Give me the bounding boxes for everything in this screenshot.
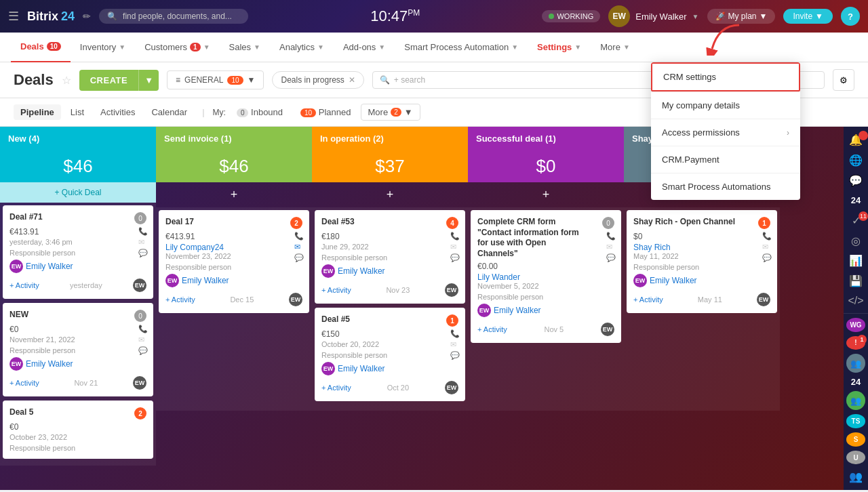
user-name[interactable]: Emily Walker — [635, 12, 686, 22]
help-button[interactable]: ? — [841, 7, 860, 26]
add-deal-success[interactable]: + — [468, 182, 624, 207]
person-name[interactable]: Emily Walker — [26, 359, 73, 369]
sub-more-button[interactable]: More 2 ▼ — [361, 104, 420, 121]
sidebar-storage-icon[interactable]: 💾 — [845, 273, 867, 289]
deal-title[interactable]: Deal #71 — [9, 212, 43, 222]
sidebar-code-icon[interactable]: </> — [845, 293, 867, 309]
chat-icon[interactable]: 💬 — [606, 253, 616, 262]
dropdown-item-permissions[interactable]: Access permissions › — [651, 119, 800, 146]
tab-customers[interactable]: Customers 1 ▼ — [135, 33, 219, 62]
edit-icon[interactable]: ✏ — [83, 11, 91, 22]
phone-icon[interactable]: 📞 — [450, 329, 460, 338]
person-name[interactable]: Emily Walker — [494, 306, 541, 315]
activity-link[interactable]: + Activity — [9, 281, 39, 289]
sub-tab-activities[interactable]: Activities — [94, 104, 142, 120]
phone-icon[interactable]: 📞 — [450, 232, 460, 241]
sidebar-avatar-ts[interactable]: TS — [846, 414, 865, 428]
sidebar-tasks-icon[interactable]: ✓ 11 — [845, 213, 867, 229]
sidebar-avatar-s[interactable]: S — [846, 432, 865, 447]
tab-analytics[interactable]: Analytics ▼ — [270, 33, 334, 62]
sidebar-group-icon[interactable]: 👥 — [846, 354, 865, 373]
app-logo[interactable]: Bitrix 24 — [27, 9, 75, 24]
chat-icon[interactable]: 💬 — [294, 253, 304, 262]
progress-close-icon[interactable]: ✕ — [349, 75, 355, 85]
activity-link[interactable]: + Activity — [9, 379, 39, 387]
sidebar-avatar-wg[interactable]: WG — [846, 318, 865, 332]
sidebar-avatar-red[interactable]: ! 1 — [846, 336, 865, 350]
tab-inventory[interactable]: Inventory ▼ — [71, 33, 135, 62]
deal-title[interactable]: Complete CRM form "Contact information f… — [477, 217, 586, 259]
email-icon[interactable]: ✉ — [450, 243, 460, 251]
sidebar-people2-icon[interactable]: 👥 — [845, 468, 867, 485]
filter-button[interactable]: ≡ GENERAL 10 ▼ — [167, 70, 264, 89]
phone-icon[interactable]: 📞 — [294, 232, 304, 241]
hamburger-icon[interactable]: ☰ — [8, 9, 19, 24]
deal-title[interactable]: Deal #53 — [321, 217, 355, 226]
tab-sales[interactable]: Sales ▼ — [220, 33, 270, 62]
deal-title[interactable]: Deal 5 — [9, 407, 33, 417]
add-deal-operation[interactable]: + — [312, 182, 468, 207]
email-icon[interactable]: ✉ — [294, 243, 304, 251]
user-avatar[interactable]: EW — [608, 5, 630, 27]
link-name[interactable]: Lily Company24 — [165, 243, 302, 252]
deal-title[interactable]: Shay Rich - Open Channel — [633, 217, 735, 226]
dropdown-item-company[interactable]: My company details — [651, 92, 800, 119]
person-name[interactable]: Emily Walker — [182, 276, 229, 285]
tab-addons[interactable]: Add-ons ▼ — [334, 33, 395, 62]
tab-settings[interactable]: Settings ▼ — [528, 33, 591, 62]
phone-icon[interactable]: 📞 — [138, 325, 148, 333]
email-icon[interactable]: ✉ — [450, 340, 460, 349]
dropdown-item-spa[interactable]: Smart Process Automations — [651, 173, 800, 200]
activity-link[interactable]: + Activity — [477, 325, 507, 333]
link-name[interactable]: Shay Rich — [633, 243, 770, 252]
phone-icon[interactable]: 📞 — [762, 232, 772, 241]
global-search[interactable]: 🔍 find people, documents, and... — [99, 9, 248, 24]
invite-button[interactable]: Invite ▼ — [783, 9, 833, 24]
sidebar-avatar-u[interactable]: U — [846, 451, 865, 465]
deal-title[interactable]: Deal 17 — [165, 217, 194, 226]
sub-tab-pipeline[interactable]: Pipeline — [14, 104, 61, 120]
sub-tab-planned[interactable]: 10 Planned — [292, 104, 357, 120]
deal-title[interactable]: Deal #5 — [321, 314, 350, 324]
person-name[interactable]: Emily Walker — [26, 262, 73, 271]
email-icon[interactable]: ✉ — [138, 335, 148, 344]
status-badge[interactable]: WORKING — [542, 10, 600, 22]
favorite-icon[interactable]: ☆ — [62, 74, 71, 87]
view-settings-button[interactable]: ⚙ — [833, 69, 854, 91]
tab-more[interactable]: More ▼ — [591, 33, 639, 62]
email-icon[interactable]: ✉ — [606, 243, 616, 251]
person-name[interactable]: Emily Walker — [338, 364, 385, 373]
activity-link[interactable]: + Activity — [321, 286, 351, 294]
deal-title[interactable]: NEW — [9, 310, 28, 319]
activity-link[interactable]: + Activity — [165, 295, 195, 304]
progress-filter[interactable]: Deals in progress ✕ — [272, 71, 363, 89]
chat-icon[interactable]: 💬 — [450, 253, 460, 262]
chat-icon[interactable]: 💬 — [138, 346, 148, 355]
activity-link[interactable]: + Activity — [321, 384, 351, 392]
email-icon[interactable]: ✉ — [138, 238, 148, 247]
create-main-button[interactable]: CREATE — [79, 70, 138, 91]
phone-icon[interactable]: 📞 — [138, 227, 148, 236]
sidebar-chat-icon[interactable]: 💬 — [845, 172, 867, 188]
create-dropdown-button[interactable]: ▼ — [138, 70, 159, 91]
email-icon[interactable]: ✉ — [762, 243, 772, 251]
chat-icon[interactable]: 💬 — [138, 249, 148, 258]
activity-link[interactable]: + Activity — [633, 295, 663, 304]
sidebar-globe-icon[interactable]: 🌐 — [845, 152, 867, 169]
tab-spa[interactable]: Smart Process Automation ▼ — [395, 33, 528, 62]
sub-tab-calendar[interactable]: Calendar — [144, 104, 194, 120]
sidebar-bell-icon[interactable]: 🔔 — [845, 132, 867, 148]
dropdown-item-payment[interactable]: CRM.Payment — [651, 146, 800, 173]
phone-icon[interactable]: 📞 — [606, 232, 616, 241]
sidebar-analytics-icon[interactable]: 📊 — [845, 253, 867, 269]
tab-deals[interactable]: Deals 10 — [11, 33, 71, 62]
sidebar-people-icon[interactable]: 👥 — [846, 391, 865, 410]
add-deal-invoice[interactable]: + — [156, 182, 312, 207]
link-name[interactable]: Lily Wander — [477, 272, 614, 282]
chat-icon[interactable]: 💬 — [450, 351, 460, 360]
quick-deal-button[interactable]: + Quick Deal — [0, 182, 156, 203]
sub-tab-inbound[interactable]: 0 Inbound — [229, 104, 290, 120]
sidebar-calendar-icon[interactable]: 24 — [845, 192, 867, 209]
dropdown-item-crm-settings[interactable]: CRM settings — [651, 62, 800, 91]
sidebar-target-icon[interactable]: ◎ — [845, 232, 867, 249]
